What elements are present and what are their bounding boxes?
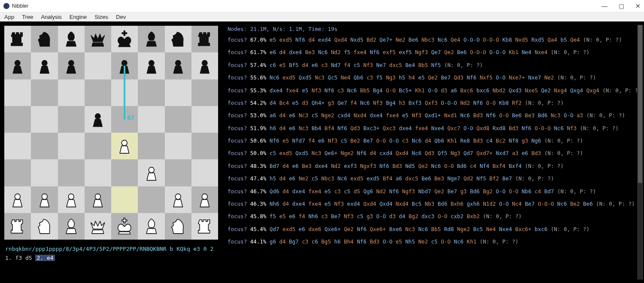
square-b8[interactable] <box>31 26 58 52</box>
engine-line[interactable]: focus? 61.7% e6 d4 dxe4 Be3 Nc6 Nd2 f5 f… <box>228 49 641 56</box>
square-h2[interactable] <box>191 186 218 213</box>
menu-sizes[interactable]: Sizes <box>94 14 108 20</box>
square-e6[interactable] <box>111 79 138 106</box>
engine-line[interactable]: focus? 51.9% h6 d4 e6 Nc3 Bb4 Bf4 Nf6 Qd… <box>228 125 641 132</box>
engine-line[interactable]: focus? 67.0% e5 exd5 Nf6 d4 exd4 Qxd4 Nx… <box>228 37 641 44</box>
square-f7[interactable] <box>138 52 164 79</box>
minimize-icon[interactable]: — <box>601 3 608 9</box>
square-g7[interactable] <box>165 52 191 79</box>
black-knight-icon <box>167 27 190 51</box>
square-a1[interactable] <box>4 213 31 240</box>
square-c7[interactable] <box>58 52 85 79</box>
square-b7[interactable] <box>31 52 58 79</box>
square-b2[interactable] <box>31 186 58 213</box>
engine-line[interactable]: focus? 55.6% Nc6 exd5 Qxd5 Nc3 Qc5 Ne4 Q… <box>228 74 641 82</box>
chess-board[interactable]: 67 <box>4 26 218 240</box>
engine-line[interactable]: focus? 46.7% Qd6 d4 dxe4 fxe4 e5 c3 c5 d… <box>228 188 641 195</box>
square-d8[interactable] <box>85 26 111 52</box>
square-f6[interactable] <box>138 79 164 106</box>
engine-line[interactable]: focus? 57.4% c6 e5 Bf5 d4 e6 c3 Nd7 f4 c… <box>228 62 641 69</box>
engine-line[interactable]: focus? 50.6% Nf6 e5 Nfd7 f4 e6 Nf3 c5 Be… <box>228 137 641 145</box>
square-h5[interactable] <box>191 106 218 133</box>
engine-line[interactable]: focus? 45.8% f5 e5 e6 f4 Nh6 c3 Be7 Nf3 … <box>228 213 641 220</box>
square-f2[interactable] <box>138 186 164 213</box>
square-e1[interactable] <box>111 213 138 240</box>
square-d2[interactable] <box>85 186 111 213</box>
square-g3[interactable] <box>165 159 191 186</box>
square-e7[interactable] <box>111 52 138 79</box>
square-h8[interactable] <box>191 26 218 52</box>
engine-line[interactable]: focus? 50.0% c5 exd5 Qxd5 Nc3 Qe6+ Nge2 … <box>228 150 641 157</box>
engine-line[interactable]: focus? 45.4% Qd7 exd5 e6 dxe6 Qxe6+ Qe2 … <box>228 226 641 233</box>
square-c1[interactable] <box>58 213 85 240</box>
square-d5[interactable] <box>85 106 111 133</box>
white-pawn-icon <box>113 134 136 158</box>
square-h4[interactable] <box>191 133 218 159</box>
white-knight-icon <box>33 215 56 238</box>
square-b3[interactable] <box>31 159 58 186</box>
square-h1[interactable] <box>191 213 218 240</box>
square-b4[interactable] <box>31 133 58 159</box>
menu-dev[interactable]: Dev <box>116 14 126 20</box>
square-c4[interactable] <box>58 133 85 159</box>
square-f1[interactable] <box>138 213 164 240</box>
square-g8[interactable] <box>165 26 191 52</box>
square-d1[interactable] <box>85 213 111 240</box>
square-b5[interactable] <box>31 106 58 133</box>
square-e3[interactable] <box>111 159 138 186</box>
square-e8[interactable] <box>111 26 138 52</box>
square-d3[interactable] <box>85 159 111 186</box>
engine-line[interactable]: focus? 47.4% h5 d4 e6 Ne2 c5 Nbc3 Nc6 ex… <box>228 175 641 183</box>
square-h7[interactable] <box>191 52 218 79</box>
menu-app[interactable]: App <box>4 14 14 20</box>
square-a8[interactable] <box>4 26 31 52</box>
maximize-icon[interactable]: ▢ <box>619 3 624 9</box>
engine-line[interactable]: focus? 53.0% a6 d4 e6 Nc3 c5 Nge2 cxd4 N… <box>228 112 641 119</box>
engine-line[interactable]: focus? 48.3% Bd7 d4 e6 Be3 dxe4 Nd2 exf3… <box>228 163 641 170</box>
menu-analysis[interactable]: Analysis <box>41 14 61 20</box>
square-c3[interactable] <box>58 159 85 186</box>
square-f5[interactable] <box>138 106 164 133</box>
square-a4[interactable] <box>4 133 31 159</box>
square-g2[interactable] <box>165 186 191 213</box>
square-a5[interactable] <box>4 106 31 133</box>
square-g6[interactable] <box>165 79 191 106</box>
square-d4[interactable] <box>85 133 111 159</box>
square-d6[interactable] <box>85 79 111 106</box>
square-e4[interactable] <box>111 133 138 159</box>
square-h6[interactable] <box>191 79 218 106</box>
scrollbar[interactable] <box>637 25 643 280</box>
square-a3[interactable] <box>4 159 31 186</box>
engine-stats: Nodes: 21.1M, N/s: 1.1M, Time: 19s <box>228 26 641 32</box>
square-g5[interactable] <box>165 106 191 133</box>
square-c8[interactable] <box>58 26 85 52</box>
square-a6[interactable] <box>4 79 31 106</box>
square-d7[interactable] <box>85 52 111 79</box>
engine-line[interactable]: focus? 46.3% Nh6 d4 dxe4 fxe4 e5 Nf3 exd… <box>228 201 641 208</box>
square-b6[interactable] <box>31 79 58 106</box>
menu-tree[interactable]: Tree <box>22 14 33 20</box>
engine-line[interactable]: focus? 54.2% d4 Bc4 e5 d3 Qh4+ g3 Qe7 f4… <box>228 100 641 107</box>
square-h3[interactable] <box>191 159 218 186</box>
square-f4[interactable] <box>138 133 164 159</box>
black-pawn-icon <box>86 108 109 131</box>
square-f8[interactable] <box>138 26 164 52</box>
square-f3[interactable] <box>138 159 164 186</box>
square-e5[interactable] <box>111 106 138 133</box>
move-history[interactable]: 1. f3 d5 2. e4 <box>4 255 218 261</box>
square-c2[interactable] <box>58 186 85 213</box>
black-pawn-icon <box>33 55 56 78</box>
square-e2[interactable] <box>111 186 138 213</box>
menu-engine[interactable]: Engine <box>70 14 87 20</box>
square-c6[interactable] <box>58 79 85 106</box>
engine-line[interactable]: focus? 44.1% g6 d4 Bg7 c3 c6 Bg5 h6 Bh4 … <box>228 238 641 246</box>
close-icon[interactable]: ✕ <box>635 3 641 9</box>
square-c5[interactable] <box>58 106 85 133</box>
engine-line[interactable]: focus? 55.3% dxe4 fxe4 e5 Nf3 Nf6 c3 Nc6… <box>228 87 641 94</box>
square-b1[interactable] <box>31 213 58 240</box>
square-g1[interactable] <box>165 213 191 240</box>
scrollbar-thumb[interactable] <box>638 25 642 183</box>
square-g4[interactable] <box>165 133 191 159</box>
square-a7[interactable] <box>4 52 31 79</box>
square-a2[interactable] <box>4 186 31 213</box>
